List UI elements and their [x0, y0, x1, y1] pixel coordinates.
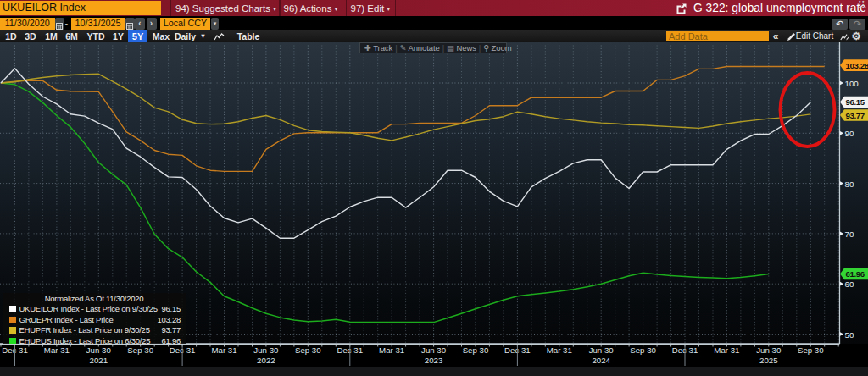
svg-text:2023: 2023	[425, 356, 443, 365]
svg-text:Mar 31: Mar 31	[714, 346, 739, 355]
svg-text:2022: 2022	[257, 356, 275, 365]
svg-text:Jun 30: Jun 30	[86, 346, 112, 355]
svg-text:61.96: 61.96	[846, 269, 865, 279]
svg-text:Jun 30: Jun 30	[589, 346, 615, 355]
svg-text:Mar 31: Mar 31	[44, 346, 70, 355]
svg-text:80: 80	[845, 180, 854, 189]
svg-text:103.28: 103.28	[846, 61, 868, 70]
svg-text:2021: 2021	[90, 356, 108, 365]
svg-text:Jun 30: Jun 30	[756, 346, 782, 355]
svg-text:Jun 30: Jun 30	[253, 346, 279, 355]
svg-text:93.77: 93.77	[846, 111, 865, 120]
svg-text:Sep 30: Sep 30	[630, 346, 656, 355]
svg-text:Sep 30: Sep 30	[295, 346, 321, 355]
svg-text:Mar 31: Mar 31	[379, 346, 404, 355]
svg-text:96.15: 96.15	[846, 97, 865, 107]
svg-text:2025: 2025	[760, 356, 778, 365]
svg-text:60: 60	[845, 279, 854, 289]
svg-text:2024: 2024	[592, 356, 610, 365]
svg-text:Sep 30: Sep 30	[463, 346, 489, 355]
svg-text:Mar 31: Mar 31	[547, 346, 572, 355]
svg-text:Sep 30: Sep 30	[127, 346, 153, 355]
svg-text:Jun 30: Jun 30	[421, 346, 447, 355]
svg-text:90: 90	[845, 129, 854, 138]
svg-text:50: 50	[845, 330, 854, 340]
svg-text:70: 70	[845, 229, 854, 239]
svg-text:Sep 30: Sep 30	[798, 346, 824, 355]
svg-text:100: 100	[845, 79, 860, 88]
svg-text:Mar 31: Mar 31	[211, 346, 236, 355]
